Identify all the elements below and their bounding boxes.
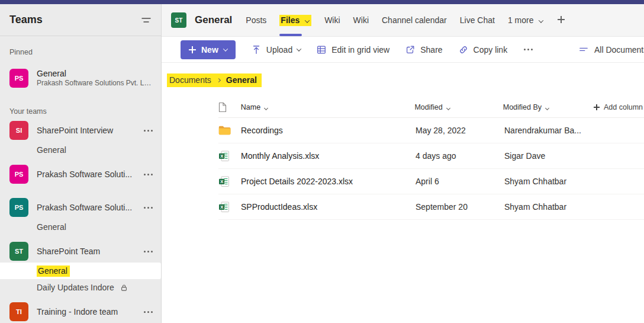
file-modified: May 28, 2022 — [416, 126, 504, 135]
team-name: SharePoint Team — [37, 247, 134, 256]
team-avatar: ST — [9, 242, 28, 261]
team-more-button[interactable] — [143, 171, 154, 178]
team-avatar: PS — [9, 165, 28, 184]
teams-list: SI SharePoint Interview General PS Praka… — [0, 119, 161, 323]
team-block: ST SharePoint Team General Daily Updates… — [0, 240, 161, 296]
tab-label: Channel calendar — [382, 15, 447, 25]
team-block: PS Prakash Software Soluti... — [0, 163, 161, 186]
team-more-button[interactable] — [143, 309, 154, 315]
add-tab-button[interactable] — [555, 12, 567, 28]
column-header-name[interactable]: Name — [241, 103, 415, 111]
share-button[interactable]: Share — [405, 44, 442, 55]
view-selector-dropdown[interactable]: All Documents — [578, 37, 644, 62]
team-name: Prakash Software Soluti... — [37, 170, 134, 179]
team-name: SharePoint Interview — [37, 126, 134, 135]
file-row[interactable]: X SPProductIdeas.xlsx September 20 Shyam… — [218, 194, 644, 220]
new-button[interactable]: New — [181, 40, 236, 59]
channel-item[interactable]: Daily Updates Indore — [0, 279, 161, 296]
tab-label: Posts — [246, 15, 266, 25]
channel-tab-bar: ST General Posts Files Wiki Wiki Channel… — [162, 4, 644, 37]
document-icon — [218, 102, 227, 113]
file-type-column-icon — [218, 102, 241, 113]
breadcrumb-current: General — [226, 75, 257, 85]
folder-icon — [218, 126, 231, 135]
channel-label: General — [37, 145, 66, 155]
filter-icon[interactable] — [141, 16, 152, 24]
team-block: PS Prakash Software Soluti... General — [0, 196, 161, 235]
team-item[interactable]: SI SharePoint Interview — [0, 119, 161, 142]
pinned-section-label: Pinned — [0, 48, 161, 56]
excel-file-icon: X — [218, 202, 230, 213]
column-header-modified-by[interactable]: Modified By — [503, 103, 594, 111]
teams-app: Teams Pinned PS General Prakash Software… — [0, 4, 644, 323]
files-content: Documents General Name Modified Modified… — [162, 63, 644, 323]
team-more-button[interactable] — [143, 204, 154, 211]
chevron-down-icon — [446, 105, 450, 110]
file-row[interactable]: X Project Details 2022-2023.xlsx April 6… — [218, 169, 644, 194]
tab-wiki[interactable]: Wiki — [318, 4, 346, 36]
tab-files[interactable]: Files — [273, 4, 318, 36]
tab-1-more[interactable]: 1 more — [501, 4, 549, 36]
svg-text:X: X — [220, 204, 223, 210]
file-row[interactable]: X Monthly Analysis.xlsx 4 days ago Sigar… — [218, 143, 644, 169]
file-modified-by: Sigar Dave — [504, 151, 595, 161]
toolbar-more-button[interactable] — [523, 46, 534, 53]
channel-label: Daily Updates Indore — [37, 283, 114, 292]
lock-icon — [120, 284, 128, 292]
team-more-button[interactable] — [143, 127, 154, 134]
file-modified: April 6 — [416, 177, 504, 186]
plus-icon — [594, 104, 600, 110]
file-name[interactable]: Monthly Analysis.xlsx — [241, 151, 416, 161]
team-item[interactable]: PS Prakash Software Soluti... — [0, 163, 161, 186]
chevron-down-icon — [305, 18, 310, 23]
breadcrumb: Documents General — [167, 73, 262, 87]
file-row[interactable]: Recordings May 28, 2022 Narendrakumar Ba… — [218, 118, 644, 143]
copy-link-button[interactable]: Copy link — [458, 44, 508, 55]
file-name[interactable]: Project Details 2022-2023.xlsx — [241, 177, 416, 186]
excel-file-icon: X — [218, 176, 230, 187]
plus-icon — [558, 16, 565, 23]
add-column-label: Add column — [604, 103, 643, 111]
file-modified-by: Shyam Chhatbar — [504, 177, 595, 186]
svg-text:X: X — [220, 153, 223, 159]
channel-item[interactable]: General — [0, 263, 161, 279]
channel-team-avatar: ST — [171, 12, 186, 28]
team-item[interactable]: PS Prakash Software Soluti... — [0, 196, 161, 219]
add-column-button[interactable]: Add column — [594, 103, 644, 111]
share-label: Share — [420, 45, 442, 55]
file-name[interactable]: SPProductIdeas.xlsx — [241, 202, 416, 212]
chevron-down-icon — [223, 46, 228, 51]
team-item[interactable]: TI Training - Indore team — [0, 300, 161, 323]
pinned-item-text: General Prakash Software Solutions Pvt. … — [37, 69, 152, 88]
file-modified-by: Narendrakumar Ba... — [504, 126, 595, 135]
breadcrumb-documents[interactable]: Documents — [169, 75, 211, 85]
sidebar-header: Teams — [0, 4, 161, 36]
file-icon-cell — [218, 126, 241, 135]
tab-posts[interactable]: Posts — [239, 4, 273, 36]
tab-channel-calendar[interactable]: Channel calendar — [375, 4, 453, 36]
file-icon-cell: X — [218, 176, 241, 187]
channel-item[interactable]: General — [0, 142, 161, 158]
file-icon-cell: X — [218, 202, 241, 213]
file-table-header: Name Modified Modified By Add column — [218, 97, 644, 118]
channel-title: General — [195, 14, 232, 26]
window-top-strip — [0, 0, 644, 4]
channel-tabs: Posts Files Wiki Wiki Channel calendar L… — [239, 4, 549, 36]
team-item[interactable]: ST SharePoint Team — [0, 240, 161, 263]
pinned-channel-item[interactable]: PS General Prakash Software Solutions Pv… — [0, 65, 161, 92]
chevron-down-icon — [545, 105, 549, 110]
upload-button[interactable]: Upload — [251, 44, 301, 55]
tab-label: 1 more — [508, 15, 543, 25]
column-header-modified[interactable]: Modified — [414, 103, 503, 111]
team-more-button[interactable] — [143, 248, 154, 255]
chevron-down-icon — [297, 46, 301, 51]
file-name[interactable]: Recordings — [241, 126, 416, 135]
edit-grid-view-button[interactable]: Edit in grid view — [316, 44, 389, 55]
file-table: Name Modified Modified By Add column Rec… — [218, 97, 644, 220]
channel-item[interactable]: General — [0, 219, 161, 235]
tab-wiki[interactable]: Wiki — [347, 4, 375, 36]
tab-live-chat[interactable]: Live Chat — [453, 4, 501, 36]
team-avatar: PS — [9, 69, 28, 88]
new-button-label: New — [201, 45, 218, 55]
sidebar-title: Teams — [9, 14, 43, 26]
